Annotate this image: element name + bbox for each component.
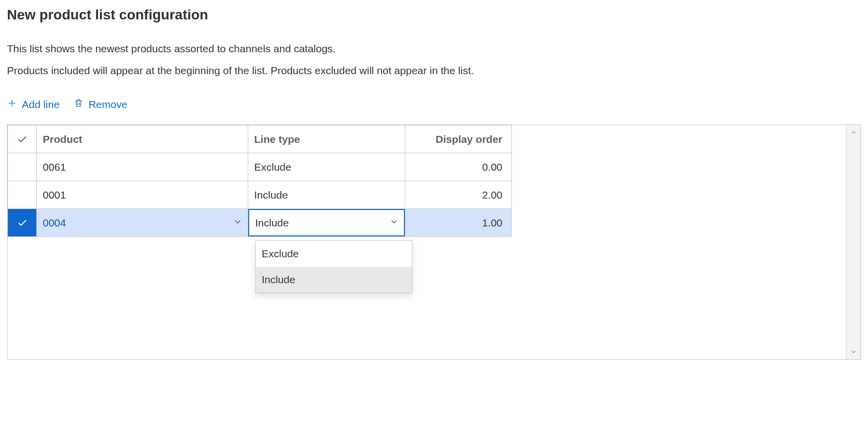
cell-line-type[interactable]: Include [248,209,405,237]
column-header-display-order[interactable]: Display order [405,125,512,153]
add-line-button[interactable]: Add line [7,98,60,110]
column-header-line-type[interactable]: Line type [248,125,405,153]
description-line-2: Products included will appear at the beg… [7,63,861,79]
cell-line-type[interactable]: Include [248,181,405,209]
chevron-down-icon[interactable] [233,216,243,229]
dropdown-option-include[interactable]: Include [256,267,412,293]
line-type-value: Include [255,217,289,229]
grid-header-row: Product Line type Display order [8,125,512,153]
dropdown-option-exclude[interactable]: Exclude [256,241,412,267]
product-grid: Product Line type Display order 0061 Exc… [7,124,861,360]
cell-display-order[interactable]: 0.00 [405,153,512,181]
table-row[interactable]: 0061 Exclude 0.00 [8,153,512,181]
cell-product[interactable]: 0001 [37,181,248,209]
scroll-up-button[interactable] [846,125,861,140]
table-row[interactable]: 0001 Include 2.00 [8,181,512,209]
row-selector[interactable] [8,153,37,181]
cell-product[interactable]: 0004 [37,209,248,237]
column-header-product[interactable]: Product [37,125,248,153]
table-row[interactable]: 0004 Include 1.00 [8,209,512,237]
cell-display-order[interactable]: 1.00 [405,209,512,237]
chevron-down-icon[interactable] [389,216,399,229]
cell-line-type[interactable]: Exclude [248,153,405,181]
grid-toolbar: Add line Remove [7,98,861,110]
cell-product-value: 0004 [43,217,66,228]
vertical-scrollbar[interactable] [846,125,861,359]
trash-icon [74,98,84,110]
plus-icon [7,98,17,110]
line-type-dropdown[interactable]: Exclude Include [255,240,412,293]
remove-label: Remove [89,99,127,110]
line-type-select[interactable]: Include [248,209,405,236]
page-title: New product list configuration [7,7,861,23]
description-line-1: This list shows the newest products asso… [7,41,861,57]
cell-display-order[interactable]: 2.00 [405,181,512,209]
row-selector[interactable] [8,209,37,237]
cell-product[interactable]: 0061 [37,153,248,181]
remove-button[interactable]: Remove [74,98,127,110]
row-selector[interactable] [8,181,37,209]
add-line-label: Add line [22,99,60,110]
scroll-down-button[interactable] [846,344,861,359]
select-all-header[interactable] [8,125,37,153]
